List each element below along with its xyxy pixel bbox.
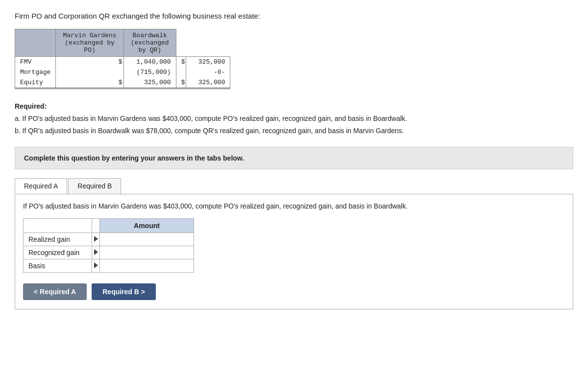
tabs-row[interactable]: Required A Required B (15, 178, 573, 194)
tab-required-b-label: Required B (77, 182, 112, 190)
triangle-icon (94, 249, 98, 255)
intro-text: Firm PO and Corporation QR exchanged the… (15, 12, 573, 20)
triangle-icon (94, 236, 98, 242)
answer-table-amount-header: Amount (100, 219, 194, 233)
fmv-sign1: $ (56, 57, 123, 68)
required-part-b: b. If QR's adjusted basis in Boardwalk w… (15, 126, 573, 136)
next-button-label: Required B > (102, 288, 145, 296)
fmv-val1: 1,040,000 (123, 57, 176, 68)
basis-input-cell[interactable] (100, 259, 194, 273)
equity-val2: 325,000 (186, 77, 230, 89)
recognized-gain-label: Recognized gain (24, 246, 92, 259)
table-header-col2: Boardwalk(exchangedby QR) (123, 29, 176, 57)
answer-table-triangle-header (92, 219, 100, 233)
fmv-label: FMV (15, 57, 56, 68)
tab-content-area: If PO's adjusted basis in Marvin Gardens… (15, 194, 573, 309)
complete-box-text: Complete this question by entering your … (24, 154, 244, 162)
tab-description: If PO's adjusted basis in Marvin Gardens… (23, 201, 565, 211)
nav-buttons: < Required A Required B > (23, 283, 565, 300)
table-row: Realized gain (24, 233, 194, 246)
mortgage-label: Mortgage (15, 67, 56, 77)
prev-button[interactable]: < Required A (23, 283, 87, 300)
required-section: Required: a. If PO's adjusted basis in M… (15, 101, 573, 136)
table-header-empty (15, 29, 56, 57)
triangle-icon (94, 262, 98, 268)
table-row: Recognized gain (24, 246, 194, 259)
equity-sign2: $ (176, 77, 186, 89)
table-row: Equity $ 325,000 $ 325,000 (15, 77, 230, 89)
required-label: Required: (15, 101, 573, 112)
basis-triangle (92, 259, 100, 273)
realized-gain-input-cell[interactable] (100, 233, 194, 246)
equity-label: Equity (15, 77, 56, 89)
equity-val1: 325,000 (123, 77, 176, 89)
recognized-gain-input-cell[interactable] (100, 246, 194, 259)
table-header-col1: Marvin Gardens(exchanged byPO) (56, 29, 123, 57)
required-part-a: a. If PO's adjusted basis in Marvin Gard… (15, 114, 573, 124)
complete-box: Complete this question by entering your … (15, 147, 573, 169)
prev-button-label: < Required A (34, 288, 76, 296)
recognized-gain-triangle (92, 246, 100, 259)
fmv-sign2: $ (176, 57, 186, 68)
basis-input[interactable] (100, 259, 194, 272)
tab-required-b[interactable]: Required B (68, 178, 121, 194)
table-row: FMV $ 1,040,000 $ 325,000 (15, 57, 230, 68)
required-bold-label: Required: (15, 102, 47, 110)
table-row: Basis (24, 259, 194, 273)
realized-gain-label: Realized gain (24, 233, 92, 246)
next-button[interactable]: Required B > (92, 283, 156, 300)
mortgage-val2: -0- (186, 67, 230, 77)
exchange-table-wrapper: Marvin Gardens(exchanged byPO) Boardwalk… (15, 29, 230, 89)
recognized-gain-input[interactable] (100, 246, 194, 259)
exchange-table: Marvin Gardens(exchanged byPO) Boardwalk… (15, 29, 230, 89)
mortgage-sign2 (176, 67, 186, 77)
table-row: Mortgage (715,000) -0- (15, 67, 230, 77)
basis-label: Basis (24, 259, 92, 273)
tab-required-a-label: Required A (24, 182, 58, 190)
mortgage-sign1 (56, 67, 123, 77)
equity-sign1: $ (56, 77, 123, 89)
realized-gain-input[interactable] (100, 233, 194, 246)
mortgage-val1: (715,000) (123, 67, 176, 77)
answer-table: Amount Realized gain Recognized gain Bas… (23, 218, 194, 273)
tab-required-a[interactable]: Required A (15, 178, 67, 194)
answer-table-empty-header (24, 219, 92, 233)
fmv-val2: 325,000 (186, 57, 230, 68)
realized-gain-triangle (92, 233, 100, 246)
